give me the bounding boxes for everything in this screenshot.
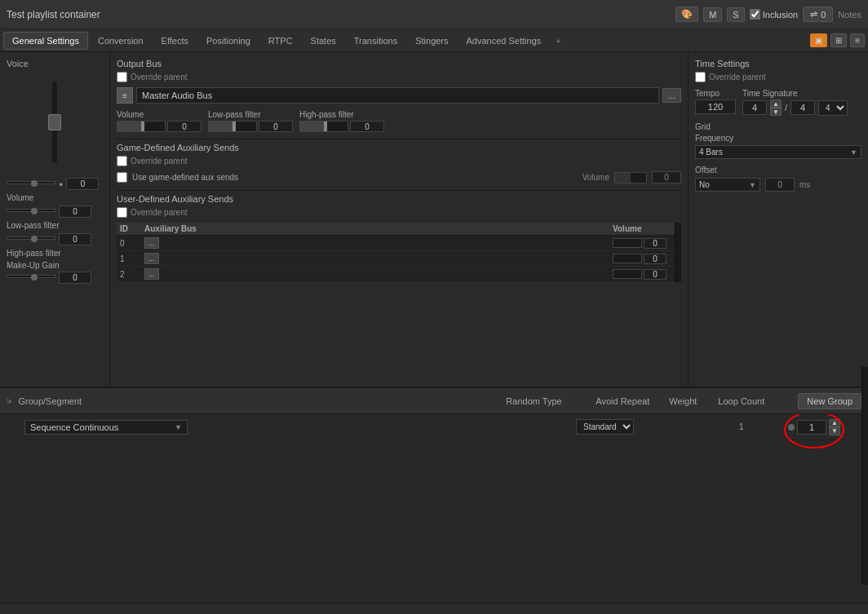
game-defined-vol-input[interactable] — [652, 171, 681, 183]
voice-makeup-input[interactable] — [59, 272, 91, 284]
aux-vol-input-1[interactable] — [644, 254, 666, 264]
add-tab-button[interactable]: + — [551, 34, 565, 47]
bus-volume-input[interactable] — [167, 121, 202, 132]
playlist-sequence-dropdown[interactable]: Sequence Continuous ▼ — [24, 420, 188, 435]
aux-vol-slider-2[interactable] — [613, 269, 642, 279]
voice-highpass-thumb[interactable] — [31, 236, 38, 242]
tab-advanced-settings[interactable]: Advanced Settings — [458, 33, 550, 49]
voice-volume-mini-thumb[interactable] — [31, 180, 38, 187]
col-id-header: ID — [117, 223, 141, 236]
aux-ellipsis-2[interactable]: ... — [144, 268, 159, 280]
aux-id-1: 1 — [117, 251, 141, 267]
voice-volume-thumb[interactable] — [48, 114, 61, 130]
bottom-tab-music-playlist[interactable]: MUSIC PLAYLIST — [82, 609, 166, 615]
time-override-checkbox[interactable] — [695, 72, 706, 82]
aux-row-2: 2 ... — [117, 267, 675, 282]
new-group-button[interactable]: New Group — [798, 393, 861, 409]
offset-select-box[interactable]: No ▼ — [695, 178, 760, 192]
output-bus-override-checkbox[interactable] — [117, 72, 127, 82]
time-sig-up[interactable]: ▲ — [770, 99, 782, 108]
frequency-chevron: ▼ — [850, 148, 857, 157]
voice-lowpass-thumb[interactable] — [31, 208, 38, 214]
tempo-input[interactable] — [695, 99, 736, 114]
game-defined-vol-slider[interactable] — [614, 172, 647, 183]
voice-lowpass-slider[interactable] — [7, 209, 55, 212]
offset-value: No — [699, 180, 710, 189]
view-btn-3[interactable]: ≡ — [850, 33, 865, 47]
bottom-tab-contents[interactable]: CONTENTS — [10, 610, 66, 615]
tab-transitions[interactable]: Transitions — [346, 33, 405, 49]
bus-highpass-fill — [300, 121, 324, 131]
tabs-bar: General Settings Conversion Effects Posi… — [0, 29, 868, 52]
game-defined-override-checkbox[interactable] — [117, 156, 127, 166]
offset-ms-input[interactable] — [765, 178, 795, 192]
aux-vol-slider-0[interactable] — [613, 238, 642, 248]
aux-vol-input-2[interactable] — [644, 269, 666, 280]
m-btn[interactable]: M — [703, 7, 722, 22]
bus-highpass-input[interactable] — [350, 121, 384, 132]
bus-more-button[interactable]: ... — [662, 88, 681, 103]
tab-conversion[interactable]: Conversion — [90, 33, 152, 49]
random-type-select[interactable]: Standard Shuffle — [576, 419, 634, 435]
download-icon-btn[interactable]: ↓ — [842, 612, 848, 615]
notes-button[interactable]: Notes — [838, 10, 861, 20]
time-sig-num-input[interactable] — [742, 100, 767, 115]
palette-btn[interactable]: 🎨 — [675, 7, 698, 22]
tab-stingers[interactable]: Stingers — [407, 33, 456, 49]
game-defined-label: Game-Defined Auxiliary Sends — [117, 143, 681, 152]
time-panel: Time Settings Override parent Tempo Time… — [689, 52, 868, 387]
tab-rtpc[interactable]: RTPC — [260, 33, 301, 49]
user-defined-override-label: Override parent — [131, 208, 187, 217]
voice-highpass-input[interactable] — [59, 233, 91, 245]
user-defined-override-checkbox[interactable] — [117, 207, 127, 218]
s-btn[interactable]: S — [727, 7, 744, 22]
loop-count-cell: ▲ ▼ — [788, 419, 861, 435]
voice-volume-input[interactable] — [66, 178, 99, 190]
aux-ellipsis-1[interactable]: ... — [144, 253, 159, 264]
aux-ellipsis-0[interactable]: ... — [144, 237, 159, 249]
aux-table-scrollbar[interactable] — [675, 223, 681, 282]
voice-volume-label: Volume — [7, 193, 103, 202]
voice-makeup-slider[interactable] — [7, 275, 55, 278]
divider-1 — [117, 139, 681, 139]
bus-volume-slider[interactable] — [117, 121, 166, 132]
tab-positioning[interactable]: Positioning — [198, 33, 259, 49]
loop-count-down[interactable]: ▼ — [829, 427, 840, 435]
playlist-collapse-arrow[interactable]: > — [7, 396, 11, 406]
time-sig-down[interactable]: ▼ — [770, 108, 782, 116]
aux-vol-slider-1[interactable] — [613, 254, 642, 263]
tab-states[interactable]: States — [303, 33, 344, 49]
voice-volume-track[interactable] — [52, 82, 57, 163]
voice-lowpass-input[interactable] — [59, 205, 91, 218]
time-sig-spinner: ▲ ▼ — [770, 99, 782, 116]
view-btn-1[interactable]: ▣ — [810, 33, 827, 47]
random-type-cell: Standard Shuffle — [576, 419, 666, 435]
time-override-label: Override parent — [709, 73, 765, 82]
aux-vol-input-0[interactable] — [644, 238, 666, 249]
bus-highpass-slider[interactable] — [299, 121, 348, 132]
time-sig-divider: / — [785, 103, 787, 113]
bus-volume-thumb — [141, 121, 144, 131]
voice-volume-mini-slider[interactable] — [7, 181, 55, 184]
col-random-header: Random Type — [506, 396, 596, 406]
use-aux-checkbox[interactable] — [117, 172, 127, 183]
time-sig-den-select[interactable]: 4 8 — [818, 100, 848, 116]
playlist-scrollbar[interactable] — [861, 367, 868, 585]
time-sig-den-input[interactable] — [790, 100, 815, 115]
loop-count-up[interactable]: ▲ — [829, 419, 840, 427]
bus-volume-label: Volume — [117, 110, 202, 119]
share-button[interactable]: ⇌ 0 — [803, 7, 833, 22]
aux-bus-0: ... — [141, 236, 609, 251]
loop-count-input[interactable] — [797, 420, 826, 435]
bus-lowpass-input[interactable] — [259, 121, 293, 132]
frequency-select-box[interactable]: 4 Bars ▼ — [695, 145, 861, 159]
voice-highpass-slider[interactable] — [7, 236, 55, 240]
voice-makeup-thumb[interactable] — [31, 274, 38, 280]
view-btn-2[interactable]: ⊞ — [830, 33, 847, 47]
tab-effects[interactable]: Effects — [153, 33, 197, 49]
tab-general-settings[interactable]: General Settings — [3, 32, 88, 50]
inclusion-checkbox[interactable] — [750, 9, 760, 20]
bus-lowpass-slider[interactable] — [208, 121, 257, 132]
aux-bus-1: ... — [141, 251, 609, 267]
upload-icon-btn[interactable]: ↑ — [852, 612, 858, 615]
